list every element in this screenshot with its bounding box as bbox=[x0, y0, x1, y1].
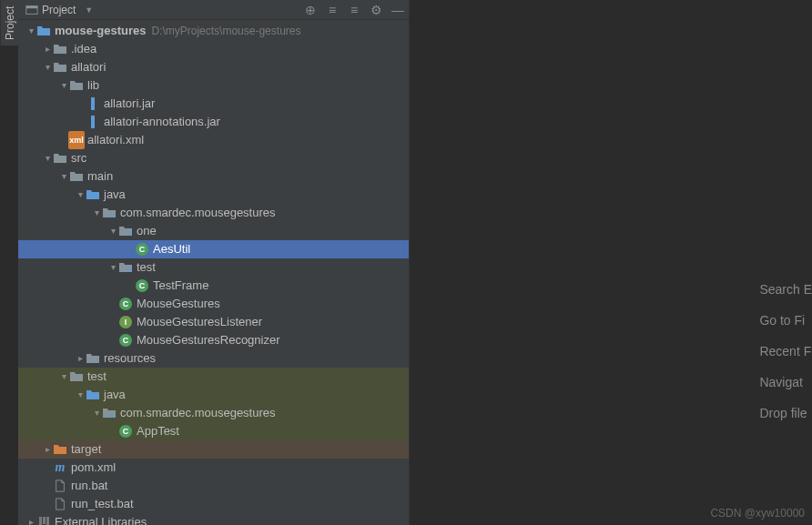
class-icon: C bbox=[118, 333, 133, 348]
tree-item-label: AesUtil bbox=[153, 240, 190, 258]
settings-icon[interactable]: ⚙ bbox=[369, 3, 383, 17]
folder-src-icon bbox=[86, 388, 100, 402]
hint-nav: Navigat bbox=[759, 375, 812, 389]
locate-icon[interactable]: ⊕ bbox=[303, 3, 318, 17]
tree-row[interactable]: mpom.xml bbox=[18, 459, 409, 477]
expand-arrow-icon[interactable] bbox=[25, 513, 36, 525]
tree-row[interactable]: External Libraries bbox=[18, 513, 409, 525]
tree-item-label: MouseGestures bbox=[137, 295, 220, 313]
hint-search: Search E bbox=[759, 282, 812, 297]
tree-item-label: test bbox=[87, 368, 107, 386]
tree-item-hint: D:\myProjects\mouse-gestures bbox=[151, 22, 300, 40]
tree-row[interactable]: allatori.jar bbox=[18, 95, 409, 113]
expand-arrow-icon[interactable] bbox=[58, 167, 69, 186]
tree-row[interactable]: target bbox=[18, 440, 409, 459]
expand-arrow-icon[interactable] bbox=[25, 22, 36, 40]
tree-item-label: target bbox=[71, 440, 101, 459]
expand-arrow-icon[interactable] bbox=[75, 349, 86, 368]
tree-row[interactable]: java bbox=[18, 186, 409, 204]
tree-row[interactable]: run.bat bbox=[18, 477, 409, 495]
view-dropdown-icon[interactable]: ▼ bbox=[85, 5, 93, 15]
tree-row[interactable]: CMouseGesturesRecognizer bbox=[18, 331, 409, 349]
expand-arrow-icon[interactable] bbox=[75, 386, 86, 404]
expand-arrow-icon[interactable] bbox=[58, 368, 69, 386]
tree-item-label: allatori.xml bbox=[87, 131, 144, 149]
tree-item-label: allatori-annotations.jar bbox=[104, 113, 220, 131]
expand-arrow-icon[interactable] bbox=[91, 404, 102, 422]
hint-recent: Recent F bbox=[759, 344, 812, 358]
project-tool-window-tab[interactable]: Project bbox=[0, 0, 18, 45]
tree-row[interactable]: CAesUtil bbox=[18, 240, 409, 258]
tree-row[interactable]: run_test.bat bbox=[18, 495, 409, 513]
tree-item-label: src bbox=[71, 149, 86, 167]
tree-item-label: com.smardec.mousegestures bbox=[120, 404, 276, 422]
svg-point-4 bbox=[127, 268, 130, 272]
tree-item-label: one bbox=[137, 222, 157, 240]
expand-all-icon[interactable]: ≡ bbox=[347, 3, 361, 17]
expand-arrow-icon[interactable] bbox=[75, 186, 86, 204]
expand-arrow-icon[interactable] bbox=[107, 222, 118, 240]
panel-title[interactable]: Project ▼ bbox=[22, 4, 96, 16]
jar-icon bbox=[86, 115, 100, 129]
tree-item-label: test bbox=[137, 258, 156, 277]
tree-row[interactable]: one bbox=[18, 222, 409, 240]
file-icon bbox=[53, 479, 67, 493]
project-panel: Project ▼ ⊕ ≡ ≡ ⚙ — mouse-gesturesD:\myP… bbox=[18, 0, 410, 525]
tree-item-label: External Libraries bbox=[55, 513, 147, 525]
tree-row[interactable]: test bbox=[18, 368, 409, 386]
tree-item-label: mouse-gestures bbox=[55, 22, 146, 40]
tree-row[interactable]: main bbox=[18, 167, 409, 186]
tree-item-label: pom.xml bbox=[71, 459, 116, 477]
svg-rect-1 bbox=[26, 5, 37, 8]
tree-row[interactable]: allatori-annotations.jar bbox=[18, 113, 409, 131]
tree-row[interactable]: src bbox=[18, 149, 409, 167]
project-tree: mouse-gesturesD:\myProjects\mouse-gestur… bbox=[18, 20, 409, 525]
expand-arrow-icon[interactable] bbox=[58, 76, 69, 95]
tree-row[interactable]: test bbox=[18, 258, 409, 277]
folder-icon bbox=[69, 369, 84, 384]
svg-point-5 bbox=[110, 414, 114, 418]
tree-row[interactable]: com.smardec.mousegestures bbox=[18, 204, 409, 222]
tree-row[interactable]: CMouseGestures bbox=[18, 295, 409, 313]
tree-row[interactable]: lib bbox=[18, 76, 409, 95]
tree-row[interactable]: xmlallatori.xml bbox=[18, 131, 409, 149]
project-icon bbox=[25, 4, 38, 16]
tree-item-label: com.smardec.mousegestures bbox=[120, 204, 276, 222]
watermark: CSDN @xyw10000 bbox=[710, 507, 805, 520]
tree-row[interactable]: CAppTest bbox=[18, 422, 409, 440]
class-icon: C bbox=[118, 297, 133, 311]
folder-icon bbox=[53, 151, 67, 166]
editor-hints: Search E Go to Fi Recent F Navigat Drop … bbox=[759, 282, 812, 420]
tree-item-label: MouseGesturesRecognizer bbox=[137, 331, 280, 349]
package-icon bbox=[102, 406, 117, 420]
hint-goto: Go to Fi bbox=[759, 313, 812, 328]
expand-arrow-icon[interactable] bbox=[42, 440, 53, 459]
tree-row[interactable]: IMouseGesturesListener bbox=[18, 313, 409, 331]
maven-icon: m bbox=[53, 460, 67, 475]
tree-row[interactable]: mouse-gesturesD:\myProjects\mouse-gestur… bbox=[18, 22, 409, 40]
expand-arrow-icon[interactable] bbox=[42, 40, 53, 58]
expand-arrow-icon[interactable] bbox=[107, 258, 118, 277]
class-icon: C bbox=[118, 424, 133, 439]
expand-arrow-icon[interactable] bbox=[42, 58, 53, 76]
xml-icon: xml bbox=[69, 133, 84, 147]
tree-row[interactable]: com.smardec.mousegestures bbox=[18, 404, 409, 422]
tree-row[interactable]: java bbox=[18, 386, 409, 404]
tree-item-label: main bbox=[87, 167, 113, 186]
tree-row[interactable]: CTestFrame bbox=[18, 277, 409, 295]
tree-row[interactable]: .idea bbox=[18, 40, 409, 58]
hint-drop: Drop file bbox=[759, 406, 812, 420]
hide-icon[interactable]: — bbox=[391, 3, 405, 17]
expand-arrow-icon[interactable] bbox=[91, 204, 102, 222]
tree-item-label: MouseGesturesListener bbox=[137, 313, 262, 331]
panel-toolbar: ⊕ ≡ ≡ ⚙ — bbox=[303, 3, 405, 17]
folder-src-icon bbox=[86, 187, 100, 202]
file-icon bbox=[53, 497, 67, 511]
collapse-all-icon[interactable]: ≡ bbox=[325, 3, 340, 17]
folder-res-icon bbox=[86, 351, 100, 366]
tab-label: Project bbox=[4, 5, 16, 39]
tree-row[interactable]: allatori bbox=[18, 58, 409, 76]
expand-arrow-icon[interactable] bbox=[42, 149, 53, 167]
tree-item-label: run_test.bat bbox=[71, 495, 134, 513]
tree-row[interactable]: resources bbox=[18, 349, 409, 368]
